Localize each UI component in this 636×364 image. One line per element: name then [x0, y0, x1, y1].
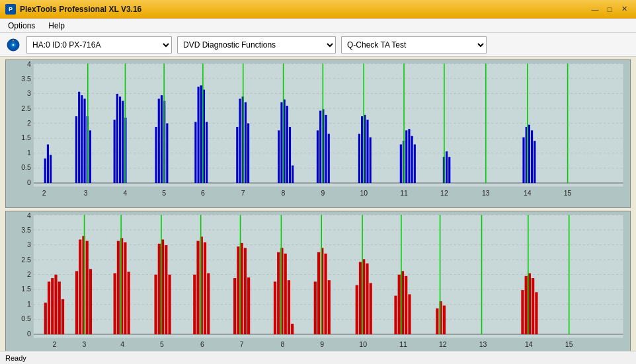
- svg-rect-169: [288, 280, 290, 334]
- svg-rect-142: [117, 241, 120, 334]
- svg-rect-60: [286, 106, 288, 183]
- charts-area: 4 3.5 3 2.5 2 1.5 1 0.5 0: [0, 57, 636, 351]
- svg-rect-163: [247, 277, 250, 334]
- title-bar-left: P PlexTools Professional XL V3.16: [5, 4, 141, 15]
- svg-rect-49: [206, 122, 208, 183]
- svg-rect-84: [446, 151, 448, 183]
- svg-text:2: 2: [42, 189, 46, 197]
- menu-options[interactable]: Options: [5, 20, 38, 31]
- svg-rect-35: [119, 96, 121, 183]
- svg-text:15: 15: [565, 340, 573, 348]
- svg-rect-168: [284, 254, 287, 334]
- svg-rect-68: [328, 134, 330, 183]
- svg-text:10: 10: [360, 189, 368, 197]
- svg-text:11: 11: [400, 189, 408, 197]
- svg-text:11: 11: [399, 340, 407, 348]
- svg-rect-182: [370, 283, 372, 335]
- svg-rect-71: [361, 116, 363, 183]
- svg-text:7: 7: [241, 189, 245, 197]
- svg-rect-41: [161, 95, 163, 183]
- svg-rect-179: [359, 262, 362, 335]
- svg-rect-156: [204, 242, 206, 334]
- svg-rect-178: [356, 285, 358, 334]
- svg-text:4: 4: [27, 211, 31, 219]
- svg-rect-148: [158, 244, 161, 334]
- svg-rect-144: [124, 242, 126, 334]
- svg-text:14: 14: [525, 340, 533, 348]
- window-title: PlexTools Professional XL V3.16: [20, 5, 141, 14]
- bottom-chart: 4 3.5 3 2.5 2 1.5 1 0.5 0: [5, 211, 631, 351]
- title-bar: P PlexTools Professional XL V3.16 — □ ✕: [0, 0, 636, 18]
- svg-rect-188: [408, 295, 411, 335]
- svg-point-2: [13, 44, 15, 46]
- svg-rect-159: [233, 278, 236, 334]
- svg-text:13: 13: [479, 340, 487, 348]
- svg-text:5: 5: [162, 189, 166, 197]
- svg-rect-172: [314, 282, 317, 335]
- toolbar: HA:0 ID:0 PX-716A DVD Diagnostic Functio…: [0, 33, 636, 57]
- svg-rect-136: [79, 240, 81, 335]
- svg-rect-40: [158, 98, 160, 183]
- svg-text:1.5: 1.5: [21, 133, 31, 141]
- status-text: Ready: [5, 354, 26, 362]
- svg-rect-160: [237, 246, 239, 334]
- svg-rect-29: [83, 98, 85, 183]
- svg-text:13: 13: [482, 189, 490, 197]
- svg-rect-85: [448, 157, 450, 183]
- svg-rect-175: [324, 254, 327, 334]
- drive-selector[interactable]: HA:0 ID:0 PX-716A: [26, 36, 172, 54]
- svg-rect-51: [236, 127, 238, 183]
- svg-text:3: 3: [83, 340, 87, 348]
- svg-rect-192: [443, 306, 446, 335]
- svg-rect-79: [408, 129, 410, 183]
- svg-text:2.5: 2.5: [21, 104, 31, 112]
- svg-rect-190: [436, 309, 438, 334]
- svg-rect-198: [532, 278, 534, 334]
- svg-rect-199: [535, 293, 537, 335]
- svg-text:0: 0: [27, 330, 31, 338]
- minimize-button[interactable]: —: [588, 3, 602, 15]
- svg-rect-90: [528, 125, 530, 183]
- main-content: 4 3.5 3 2.5 2 1.5 1 0.5 0: [0, 57, 636, 351]
- svg-text:4: 4: [27, 60, 31, 68]
- svg-text:0.5: 0.5: [21, 163, 31, 171]
- svg-rect-185: [398, 275, 401, 334]
- svg-rect-135: [75, 272, 78, 335]
- test-selector[interactable]: Q-Check TA Test: [341, 36, 487, 54]
- svg-rect-24: [47, 145, 49, 183]
- svg-rect-195: [521, 290, 524, 334]
- menu-help[interactable]: Help: [46, 20, 67, 31]
- svg-rect-154: [196, 241, 199, 334]
- toolbar-drive-icon: [5, 37, 21, 53]
- status-bar: Ready: [0, 351, 636, 364]
- svg-rect-92: [534, 141, 536, 183]
- svg-text:3: 3: [27, 89, 31, 97]
- svg-rect-81: [414, 145, 416, 183]
- svg-rect-27: [78, 92, 80, 183]
- svg-rect-46: [197, 87, 199, 183]
- maximize-button[interactable]: □: [603, 3, 616, 15]
- svg-text:3: 3: [27, 240, 31, 248]
- svg-rect-162: [244, 248, 247, 335]
- svg-rect-33: [114, 120, 116, 183]
- svg-rect-26: [75, 116, 77, 183]
- svg-rect-139: [89, 269, 92, 334]
- close-button[interactable]: ✕: [617, 3, 631, 15]
- svg-rect-76: [400, 145, 402, 183]
- svg-rect-150: [165, 245, 167, 334]
- svg-text:12: 12: [440, 189, 448, 197]
- svg-rect-176: [328, 280, 331, 334]
- svg-rect-45: [194, 122, 196, 183]
- svg-rect-151: [168, 275, 171, 334]
- svg-rect-166: [277, 252, 280, 334]
- svg-text:6: 6: [201, 189, 205, 197]
- svg-text:3: 3: [84, 189, 88, 197]
- svg-rect-39: [155, 127, 157, 183]
- svg-rect-78: [405, 130, 407, 183]
- svg-rect-43: [166, 124, 168, 183]
- svg-rect-23: [44, 159, 46, 183]
- svg-text:15: 15: [564, 189, 572, 197]
- svg-rect-36: [122, 101, 124, 183]
- svg-text:2: 2: [53, 340, 57, 348]
- function-selector[interactable]: DVD Diagnostic Functions: [177, 36, 336, 54]
